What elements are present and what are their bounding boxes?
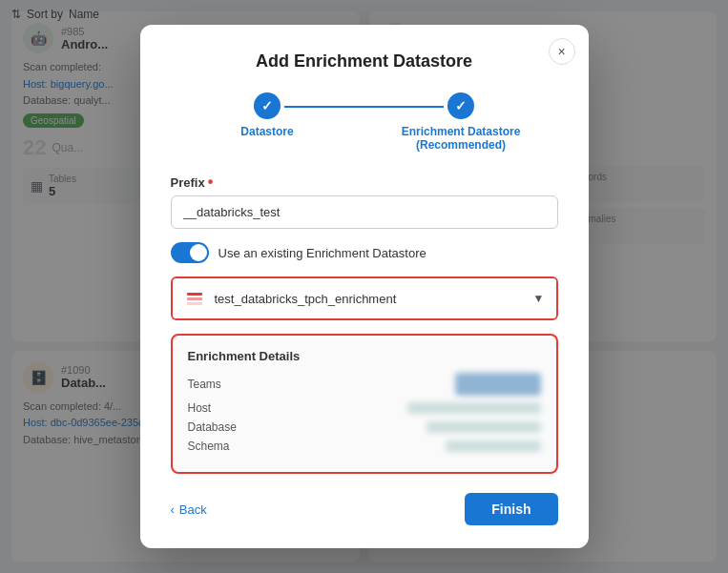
step-circle-2 [447,92,474,119]
schema-key: Schema [188,440,264,453]
enrichment-row-schema: Schema [188,440,541,453]
teams-key: Teams [188,378,264,391]
prefix-label: Prefix • [171,174,558,190]
enrichment-details-title: Enrichment Details [188,349,541,363]
datastore-select-wrapper[interactable]: test_databricks_tpch_enrichment ▼ [171,276,558,320]
database-key: Database [188,420,264,434]
database-value-blur [426,421,541,433]
step-connector [284,106,444,108]
schema-value-blur [446,440,541,452]
host-key: Host [188,401,264,415]
add-enrichment-modal: × Add Enrichment Datastore Datastore Enr… [140,25,589,548]
required-indicator: • [208,174,214,190]
prefix-input[interactable] [171,195,558,229]
step-label-2: Enrichment Datastore(Recommended) [402,125,521,152]
chevron-left-icon: ‹ [171,502,175,517]
datastore-selected-text: test_databricks_tpch_enrichment [215,292,524,306]
enrichment-toggle[interactable] [171,242,209,263]
close-button[interactable]: × [549,38,575,65]
toggle-row: Use an existing Enrichment Datastore [171,242,558,263]
step-datastore: Datastore [171,92,364,138]
step-circle-1 [254,92,281,119]
modal-title: Add Enrichment Datastore [171,51,558,72]
check-icon-2 [455,98,467,113]
modal-footer: ‹ Back Finish [171,493,558,525]
back-button[interactable]: ‹ Back [171,502,207,517]
check-icon-1 [261,98,273,113]
enrichment-row-teams: Teams [188,373,541,396]
close-icon: × [557,44,565,59]
finish-button[interactable]: Finish [465,493,557,525]
modal-overlay: × Add Enrichment Datastore Datastore Enr… [0,0,728,573]
enrichment-details-box: Enrichment Details Teams Host Database S… [171,334,558,474]
chevron-down-icon: ▼ [533,292,545,305]
stack-icon [184,288,205,309]
step-enrichment: Enrichment Datastore(Recommended) [364,92,558,152]
step-label-1: Datastore [240,125,293,138]
enrichment-row-database: Database [188,420,541,434]
toggle-label: Use an existing Enrichment Datastore [218,246,426,260]
teams-value-blur [455,373,541,396]
enrichment-row-host: Host [188,401,541,415]
steps-container: Datastore Enrichment Datastore(Recommend… [171,92,558,152]
host-value-blur [407,402,541,414]
